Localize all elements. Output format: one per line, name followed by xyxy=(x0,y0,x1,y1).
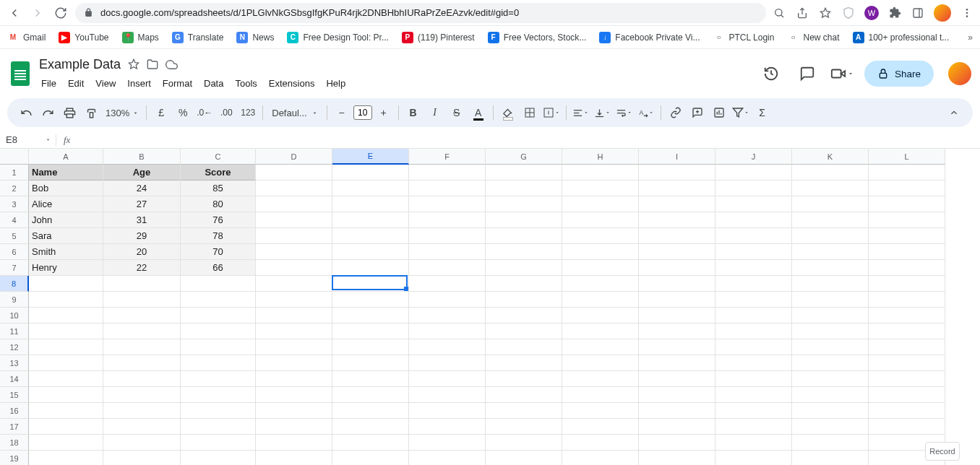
browser-menu-icon[interactable] xyxy=(960,6,974,20)
cell[interactable] xyxy=(332,339,409,355)
bookmark-item[interactable]: NNews xyxy=(236,32,274,43)
text-color-button[interactable]: A xyxy=(468,103,489,123)
cell[interactable] xyxy=(181,292,256,308)
row-header[interactable]: 8 xyxy=(0,276,29,292)
collapse-toolbar-button[interactable] xyxy=(944,103,964,123)
cell[interactable] xyxy=(562,212,639,228)
cell[interactable] xyxy=(409,403,486,419)
cell[interactable] xyxy=(409,244,486,260)
cell[interactable] xyxy=(639,196,715,212)
cell[interactable] xyxy=(181,387,256,403)
cell[interactable] xyxy=(103,339,181,355)
extension-purple-icon[interactable]: W xyxy=(864,6,879,20)
cell[interactable] xyxy=(103,371,181,387)
cell[interactable] xyxy=(562,451,639,465)
cell[interactable] xyxy=(103,292,181,308)
row-header[interactable]: 11 xyxy=(0,323,29,339)
zoom-icon[interactable] xyxy=(772,6,786,20)
column-header[interactable]: L xyxy=(869,149,945,165)
cell[interactable] xyxy=(332,371,409,387)
cell[interactable] xyxy=(256,451,332,465)
cell[interactable] xyxy=(409,371,486,387)
cell[interactable] xyxy=(562,387,639,403)
cell[interactable] xyxy=(715,355,792,371)
cell[interactable] xyxy=(715,323,792,339)
cell[interactable] xyxy=(562,228,639,244)
cell[interactable] xyxy=(639,292,715,308)
cell[interactable] xyxy=(256,387,332,403)
cell[interactable] xyxy=(103,323,181,339)
cell[interactable]: Bob xyxy=(29,181,103,196)
insert-comment-button[interactable] xyxy=(687,103,708,123)
cell[interactable] xyxy=(562,196,639,212)
cell[interactable] xyxy=(869,196,945,212)
cell[interactable] xyxy=(29,339,103,355)
extensions-puzzle-icon[interactable] xyxy=(887,6,902,20)
cell[interactable] xyxy=(256,371,332,387)
horizontal-align-button[interactable] xyxy=(571,103,591,123)
cell[interactable] xyxy=(562,308,639,323)
cell[interactable] xyxy=(715,371,792,387)
bookmark-item[interactable]: GTranslate xyxy=(172,32,224,43)
cell[interactable]: 76 xyxy=(181,212,256,228)
cell[interactable] xyxy=(29,323,103,339)
cell[interactable] xyxy=(715,244,792,260)
cell[interactable] xyxy=(29,371,103,387)
bookmark-star-icon[interactable] xyxy=(818,6,833,20)
redo-button[interactable] xyxy=(38,103,58,123)
cell[interactable] xyxy=(409,435,486,451)
cell[interactable] xyxy=(639,403,715,419)
cell[interactable] xyxy=(332,451,409,465)
cell[interactable] xyxy=(256,212,332,228)
cell[interactable] xyxy=(792,244,869,260)
cell[interactable] xyxy=(792,196,869,212)
cell[interactable] xyxy=(792,292,869,308)
cell[interactable] xyxy=(869,244,945,260)
undo-button[interactable] xyxy=(16,103,36,123)
column-header[interactable]: D xyxy=(256,149,332,165)
insert-chart-button[interactable] xyxy=(709,103,729,123)
cell[interactable] xyxy=(332,435,409,451)
insert-link-button[interactable] xyxy=(666,103,686,123)
cell[interactable] xyxy=(715,260,792,276)
fill-color-button[interactable] xyxy=(498,103,518,123)
cell[interactable] xyxy=(181,419,256,435)
cell[interactable]: Alice xyxy=(29,196,103,212)
column-header[interactable]: I xyxy=(639,149,715,165)
cell[interactable] xyxy=(715,196,792,212)
cell[interactable] xyxy=(29,355,103,371)
star-icon[interactable] xyxy=(128,58,139,70)
cell[interactable] xyxy=(181,451,256,465)
row-header[interactable]: 7 xyxy=(0,260,29,276)
column-header[interactable]: B xyxy=(103,149,181,165)
print-button[interactable] xyxy=(59,103,79,123)
cell[interactable] xyxy=(562,403,639,419)
bookmarks-overflow-icon[interactable]: » xyxy=(968,32,973,43)
cell[interactable] xyxy=(715,165,792,181)
cell[interactable] xyxy=(715,403,792,419)
row-header[interactable]: 16 xyxy=(0,403,29,419)
cell[interactable] xyxy=(792,276,869,292)
cell[interactable] xyxy=(486,323,562,339)
cell[interactable] xyxy=(869,228,945,244)
decrease-font-size-button[interactable]: − xyxy=(332,103,352,123)
cell[interactable] xyxy=(486,165,562,181)
cell[interactable] xyxy=(869,403,945,419)
cell[interactable]: Age xyxy=(103,165,181,181)
bookmark-item[interactable]: CFree Design Tool: Pr... xyxy=(287,32,389,43)
cell[interactable] xyxy=(486,196,562,212)
cell[interactable] xyxy=(869,387,945,403)
cell[interactable] xyxy=(562,435,639,451)
cell[interactable] xyxy=(792,323,869,339)
cloud-status-icon[interactable] xyxy=(166,58,178,71)
reload-button[interactable] xyxy=(52,4,69,22)
cell[interactable] xyxy=(486,403,562,419)
record-badge[interactable]: Record xyxy=(925,442,960,461)
row-header[interactable]: 10 xyxy=(0,308,29,323)
cell[interactable] xyxy=(332,355,409,371)
menu-file[interactable]: File xyxy=(36,76,61,91)
cell[interactable] xyxy=(332,260,409,276)
borders-button[interactable] xyxy=(520,103,540,123)
cell[interactable] xyxy=(562,260,639,276)
cell[interactable] xyxy=(181,355,256,371)
